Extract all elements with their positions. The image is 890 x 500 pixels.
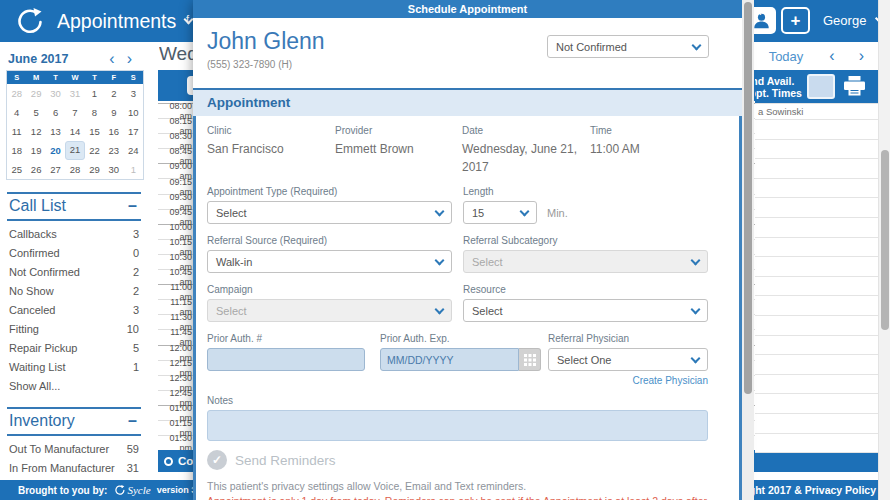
calendar-day[interactable]: 11	[7, 122, 26, 141]
list-item-label: Not Confirmed	[9, 266, 80, 278]
user-menu[interactable]: George	[823, 13, 881, 28]
list-item[interactable]: Out To Manufacturer59	[7, 439, 141, 458]
modal-scrollbar-thumb[interactable]	[744, 2, 752, 394]
calendar-day[interactable]: 7	[65, 103, 84, 122]
clinic-label: Clinic	[207, 125, 335, 136]
calendar-day[interactable]: 30	[46, 84, 65, 103]
send-reminders-checkbox[interactable]: ✓	[207, 450, 227, 470]
calendar-day[interactable]: 9	[104, 103, 123, 122]
availability-row[interactable]	[755, 198, 878, 218]
calendar-day[interactable]: 19	[26, 141, 45, 160]
status-dropdown[interactable]: Not Confirmed	[547, 35, 709, 58]
calendar-day[interactable]: 1	[124, 160, 143, 179]
length-select[interactable]: 15	[463, 201, 537, 224]
collapse-icon[interactable]: –	[126, 197, 139, 215]
calendar-day[interactable]: 23	[104, 141, 123, 160]
show-all-link[interactable]: Show All...	[7, 376, 141, 395]
list-item[interactable]: Not Confirmed2	[7, 262, 141, 281]
calendar-day[interactable]: 8	[85, 103, 104, 122]
calendar-day[interactable]: 17	[124, 122, 143, 141]
availability-row[interactable]	[755, 140, 878, 160]
calendar-day[interactable]: 3	[124, 84, 143, 103]
calendar-day[interactable]: 31	[65, 84, 84, 103]
availability-row[interactable]	[755, 159, 878, 179]
calendar-day[interactable]: 28	[7, 84, 26, 103]
calendar-day[interactable]: 22	[85, 141, 104, 160]
calendar-day[interactable]: 21	[65, 141, 84, 160]
availability-row[interactable]	[755, 355, 878, 375]
patient-phone: (555) 323-7890 (H)	[207, 59, 325, 70]
availability-row[interactable]	[755, 336, 878, 356]
user-name: George	[823, 13, 866, 28]
calendar-day[interactable]: 29	[26, 84, 45, 103]
create-physician-link[interactable]: Create Physician	[548, 375, 708, 386]
date-picker-button[interactable]	[519, 348, 541, 371]
calendar-day[interactable]: 14	[65, 122, 84, 141]
reminder-warning: Appointment is only 1 day from today. Re…	[207, 495, 708, 500]
add-button[interactable]: +	[781, 7, 810, 34]
list-item[interactable]: Canceled3	[7, 300, 141, 319]
calendar-day[interactable]: 16	[104, 122, 123, 141]
campaign-select[interactable]: Select	[207, 299, 452, 322]
availability-row[interactable]	[755, 238, 878, 258]
availability-row[interactable]	[755, 375, 878, 395]
appointment-type-select[interactable]: Select	[207, 201, 452, 224]
calendar-day[interactable]: 29	[85, 160, 104, 179]
list-item[interactable]: Confirmed0	[7, 243, 141, 262]
list-item[interactable]: No Show2	[7, 281, 141, 300]
availability-row[interactable]	[755, 257, 878, 277]
calendar-day[interactable]: 10	[124, 103, 143, 122]
calendar-day[interactable]: 24	[124, 141, 143, 160]
list-item[interactable]: Repair Pickup5	[7, 338, 141, 357]
browser-scrollbar-thumb[interactable]	[881, 150, 889, 330]
calendar-day[interactable]: 27	[46, 160, 65, 179]
calendar-day[interactable]: 1	[85, 84, 104, 103]
notes-textarea[interactable]	[207, 410, 708, 441]
availability-row[interactable]	[755, 179, 878, 199]
calendar-prev-icon[interactable]: ‹	[103, 53, 120, 65]
calendar-day[interactable]: 6	[46, 103, 65, 122]
availability-row[interactable]	[755, 277, 878, 297]
availability-row[interactable]	[755, 120, 878, 140]
list-item[interactable]: Callbacks3	[7, 224, 141, 243]
availability-row[interactable]	[755, 218, 878, 238]
list-item[interactable]: Fitting10	[7, 319, 141, 338]
list-item[interactable]: In From Manufacturer31	[7, 458, 141, 477]
calendar-next-icon[interactable]: ›	[121, 53, 138, 65]
prior-auth-exp-input[interactable]: MM/DD/YYYY	[380, 348, 519, 371]
collapse-icon[interactable]: –	[126, 412, 139, 430]
calendar-day[interactable]: 28	[65, 160, 84, 179]
referral-source-select[interactable]: Walk-in	[207, 250, 452, 273]
calendar-day[interactable]: 15	[85, 122, 104, 141]
calendar-day[interactable]: 18	[7, 141, 26, 160]
referral-physician-select[interactable]: Select One	[548, 348, 708, 371]
availability-row[interactable]	[755, 434, 878, 454]
calendar-day[interactable]: 2	[104, 84, 123, 103]
list-item[interactable]: Waiting List1	[7, 357, 141, 376]
calendar-day[interactable]: 20	[46, 141, 65, 160]
referral-physician-value: Select One	[557, 354, 611, 366]
next-day-icon[interactable]: ›	[853, 50, 870, 62]
calendar-day[interactable]: 13	[46, 122, 65, 141]
availability-row[interactable]	[755, 414, 878, 434]
availability-row[interactable]: a Sowinski	[755, 104, 878, 120]
calendar-day[interactable]: 26	[26, 160, 45, 179]
calendar-day[interactable]: 4	[7, 103, 26, 122]
prev-day-icon[interactable]: ‹	[823, 50, 840, 62]
availability-row[interactable]	[755, 394, 878, 414]
calendar-day[interactable]: 12	[26, 122, 45, 141]
availability-row[interactable]	[755, 316, 878, 336]
availability-row[interactable]	[755, 296, 878, 316]
today-button[interactable]: Today	[769, 49, 804, 64]
appointments-menu[interactable]: Appointments	[57, 0, 192, 42]
resource-select[interactable]: Select	[463, 299, 708, 322]
printer-icon[interactable]	[843, 76, 866, 96]
calendar-day[interactable]: 5	[26, 103, 45, 122]
calendar-day[interactable]: 30	[104, 160, 123, 179]
screen-preview-icon[interactable]	[807, 74, 835, 99]
calendar-day[interactable]: 25	[7, 160, 26, 179]
referral-subcategory-select[interactable]: Select	[463, 250, 708, 273]
sycle-swoosh-icon[interactable]	[12, 7, 46, 35]
prior-auth-num-input[interactable]	[207, 348, 365, 371]
check-icon: ✓	[212, 453, 222, 467]
